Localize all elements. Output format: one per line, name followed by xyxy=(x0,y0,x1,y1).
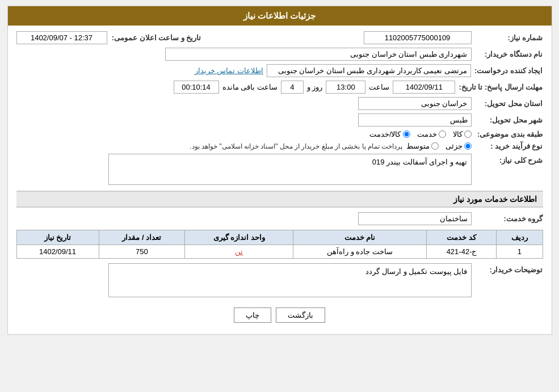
province-row: استان محل تحویل: xyxy=(16,97,543,110)
need-number-row: شماره نیاز: تاریخ و ساعت اعلان عمومی: xyxy=(16,31,543,44)
deadline-date-input[interactable] xyxy=(393,81,455,94)
deadline-remaining-label: ساعت باقی مانده xyxy=(222,83,278,91)
table-header-row: ردیف کد خدمت نام خدمت واحد اندازه گیری ت… xyxy=(16,230,543,245)
service-table: ردیف کد خدمت نام خدمت واحد اندازه گیری ت… xyxy=(16,230,543,259)
category-radio-goods[interactable] xyxy=(464,130,472,138)
need-description-row: شرح کلی نیاز: تهیه و اجرای آسفالت بیندر … xyxy=(16,154,543,185)
category-row: طبقه بندی موضوعی: کالا خدمت کالا/خدمت xyxy=(16,130,543,138)
need-description-text: تهیه و اجرای آسفالت بیندر 019 xyxy=(372,158,468,166)
col-header-code: کد خدمت xyxy=(426,230,496,245)
buyer-notes-row: توضیحات خریدار: فایل پیوست تکمیل و ارسال… xyxy=(16,263,543,297)
deadline-days-label: روز و xyxy=(307,83,323,91)
deadline-time-label: ساعت xyxy=(369,83,389,91)
purchase-type-option-partial[interactable]: جزئی xyxy=(445,142,472,150)
deadline-days-input[interactable] xyxy=(281,81,304,94)
category-radio-group: کالا خدمت کالا/خدمت xyxy=(369,130,472,138)
category-option-service[interactable]: خدمت xyxy=(417,130,446,138)
contact-link[interactable]: اطلاعات تماس خریدار xyxy=(195,66,263,75)
deadline-row: مهلت ارسال پاسخ: تا تاریخ: ساعت روز و سا… xyxy=(16,81,543,94)
buyer-notes-label: توضیحات خریدار: xyxy=(475,263,543,274)
category-goods-label: کالا xyxy=(453,130,463,138)
footer-buttons: بازگشت چاپ xyxy=(16,301,543,328)
content-area: شماره نیاز: تاریخ و ساعت اعلان عمومی: نا… xyxy=(8,26,552,334)
buyer-notes-box[interactable]: فایل پیوست تکمیل و ارسال گردد xyxy=(108,263,472,297)
table-cell-code: ج-42-421 xyxy=(426,245,496,259)
purchase-type-medium-label: متوسط xyxy=(406,142,430,150)
need-number-input[interactable] xyxy=(364,31,472,44)
col-header-date: تاریخ نیاز xyxy=(16,230,99,245)
need-description-label: شرح کلی نیاز: xyxy=(475,154,543,165)
service-group-input[interactable] xyxy=(358,212,472,225)
category-service-label: خدمت xyxy=(417,130,437,138)
buyer-org-input[interactable] xyxy=(165,48,472,61)
creator-row: ایجاد کننده درخواست: اطلاعات تماس خریدار xyxy=(16,64,543,77)
table-row: 1 ج-42-421 ساخت جاده و راه‌آهن تن 750 14… xyxy=(16,245,543,259)
table-cell-unit: تن xyxy=(185,245,293,259)
buyer-notes-text: فایل پیوست تکمیل و ارسال گردد xyxy=(365,267,467,276)
table-cell-date: 1402/09/11 xyxy=(16,245,99,259)
deadline-remaining-input[interactable] xyxy=(174,81,219,94)
purchase-type-partial-label: جزئی xyxy=(445,142,463,150)
category-both-label: کالا/خدمت xyxy=(369,130,401,138)
need-number-label: شماره نیاز: xyxy=(475,33,543,42)
page-header: جزئیات اطلاعات نیاز xyxy=(8,6,552,26)
purchase-type-row: نوع فرآیند خرید : جزئی متوسط پرداخت تمام… xyxy=(16,142,543,150)
purchase-type-option-medium[interactable]: متوسط xyxy=(406,142,439,150)
service-info-section-title: اطلاعات خدمات مورد نیاز xyxy=(16,191,543,208)
province-label: استان محل تحویل: xyxy=(475,99,543,108)
main-container: جزئیات اطلاعات نیاز شماره نیاز: تاریخ و … xyxy=(7,6,552,335)
need-description-input[interactable]: تهیه و اجرای آسفالت بیندر 019 xyxy=(108,154,472,185)
category-radio-service[interactable] xyxy=(439,130,446,138)
back-button[interactable]: بازگشت xyxy=(276,307,325,323)
page-title: جزئیات اطلاعات نیاز xyxy=(243,11,316,20)
purchase-type-radio-medium[interactable] xyxy=(431,142,439,150)
deadline-time-input[interactable] xyxy=(326,81,365,94)
purchase-type-radio-group: جزئی متوسط xyxy=(406,142,472,150)
buyer-org-label: نام دستگاه خریدار: xyxy=(475,50,543,58)
announce-datetime-input[interactable] xyxy=(16,31,107,44)
purchase-type-radio-partial[interactable] xyxy=(464,142,472,150)
service-group-label: گروه خدمت: xyxy=(475,214,543,223)
col-header-name: نام خدمت xyxy=(293,230,427,245)
creator-input[interactable] xyxy=(267,64,471,77)
col-header-row: ردیف xyxy=(497,230,543,245)
city-row: شهر محل تحویل: xyxy=(16,113,543,127)
table-cell-row: 1 xyxy=(497,245,543,259)
deadline-label: مهلت ارسال پاسخ: تا تاریخ: xyxy=(459,83,543,91)
buyer-org-row: نام دستگاه خریدار: xyxy=(16,48,543,61)
service-group-row: گروه خدمت: xyxy=(16,212,543,225)
purchase-type-label: نوع فرآیند خرید : xyxy=(475,142,543,150)
col-header-qty: تعداد / مقدار xyxy=(99,230,185,245)
category-label: طبقه بندی موضوعی: xyxy=(475,130,543,138)
table-cell-qty: 750 xyxy=(99,245,185,259)
table-cell-name: ساخت جاده و راه‌آهن xyxy=(293,245,427,259)
city-label: شهر محل تحویل: xyxy=(475,116,543,124)
province-input[interactable] xyxy=(358,97,472,110)
purchase-type-note: پرداخت تمام یا بخشی از مبلغ خریدار از مح… xyxy=(190,142,402,150)
print-button[interactable]: چاپ xyxy=(234,307,271,323)
category-option-goods[interactable]: کالا xyxy=(453,130,472,138)
category-option-both[interactable]: کالا/خدمت xyxy=(369,130,410,138)
col-header-unit: واحد اندازه گیری xyxy=(185,230,293,245)
city-input[interactable] xyxy=(358,113,472,127)
category-radio-both[interactable] xyxy=(403,130,410,138)
creator-label: ایجاد کننده درخواست: xyxy=(474,66,543,75)
announce-datetime-label: تاریخ و ساعت اعلان عمومی: xyxy=(111,33,201,42)
